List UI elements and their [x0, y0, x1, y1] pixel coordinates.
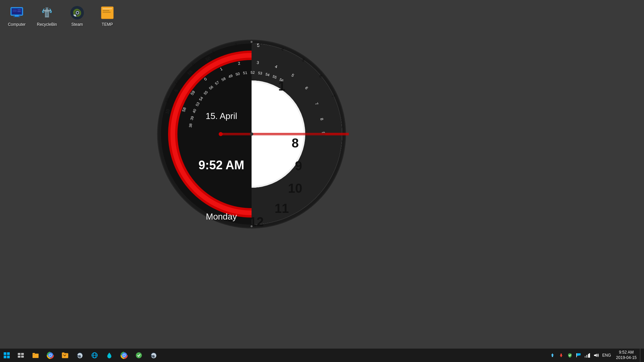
svg-point-14: [76, 12, 78, 14]
taskbar-task-view[interactable]: [13, 349, 28, 362]
svg-text:11: 11: [275, 201, 289, 216]
tray-time-text: 9:52 AM: [619, 350, 634, 355]
computer-icon-label: Computer: [8, 22, 26, 27]
svg-rect-117: [552, 355, 553, 357]
show-desktop-button[interactable]: [640, 349, 643, 362]
taskbar-chrome[interactable]: [43, 349, 58, 362]
svg-text:52: 52: [251, 70, 255, 74]
svg-rect-85: [7, 356, 10, 358]
tray-network-down-icon[interactable]: [557, 349, 565, 362]
temp-icon-label: TEMP: [102, 22, 113, 27]
tray-lang-text: ENG: [602, 353, 611, 358]
svg-rect-122: [585, 356, 586, 358]
tray-date-text: 2019-04-15: [616, 355, 637, 361]
svg-rect-119: [560, 354, 562, 355]
svg-rect-83: [7, 352, 10, 355]
tray-icons: ENG: [548, 349, 613, 362]
taskbar-chrome2[interactable]: [117, 349, 131, 362]
svg-rect-101: [62, 353, 64, 354]
svg-rect-123: [586, 355, 587, 358]
svg-rect-10: [43, 10, 51, 11]
svg-rect-89: [21, 356, 24, 358]
svg-rect-4: [13, 16, 20, 17]
taskbar-steam[interactable]: [72, 349, 87, 362]
recyclebin-icon-label: RecycleBin: [37, 22, 57, 27]
clock-widget: 10 5 10 5 55 50 58 59 0 1 2 3: [154, 30, 349, 238]
clock-time: 9:52 AM: [199, 158, 245, 172]
svg-rect-8: [17, 11, 21, 12]
tray-shield-icon[interactable]: [566, 349, 574, 362]
svg-rect-87: [21, 353, 24, 355]
svg-point-115: [153, 356, 154, 358]
tray-network-up-icon[interactable]: [548, 349, 556, 362]
taskbar-app-icons: [13, 349, 161, 362]
taskbar-ie[interactable]: [87, 349, 102, 362]
svg-rect-17: [103, 10, 109, 11]
svg-rect-16: [103, 8, 112, 9]
taskbar-drop[interactable]: [102, 349, 117, 362]
temp-icon: [99, 5, 115, 21]
svg-text:51: 51: [243, 70, 247, 75]
svg-marker-118: [560, 355, 562, 357]
svg-text:38: 38: [188, 123, 193, 128]
clock-date: 15. April: [206, 111, 237, 121]
svg-rect-92: [33, 353, 35, 354]
tray-network-icon[interactable]: [583, 349, 591, 362]
svg-marker-126: [594, 354, 597, 357]
svg-point-80: [251, 41, 253, 43]
taskbar-explorer[interactable]: [58, 349, 72, 362]
svg-point-112: [123, 354, 125, 356]
svg-marker-120: [577, 353, 581, 356]
svg-rect-7: [17, 9, 21, 10]
clock-day: Monday: [206, 212, 237, 222]
svg-point-81: [251, 225, 253, 227]
svg-rect-88: [18, 356, 20, 358]
svg-marker-9: [44, 8, 50, 17]
tray-volume-icon[interactable]: [592, 349, 600, 362]
tray-time[interactable]: 9:52 AM 2019-04-15: [613, 349, 639, 362]
desktop-icon-recyclebin[interactable]: RecycleBin: [34, 3, 60, 28]
svg-text:8: 8: [291, 136, 299, 150]
svg-text:10: 10: [288, 181, 302, 195]
svg-rect-82: [4, 352, 6, 355]
recyclebin-icon: [39, 5, 55, 21]
svg-rect-86: [18, 353, 20, 355]
taskbar-file-manager[interactable]: [28, 349, 43, 362]
svg-point-103: [79, 356, 80, 358]
desktop-icon-computer[interactable]: Computer: [3, 3, 30, 28]
tray-windows-flag-icon[interactable]: [575, 349, 583, 362]
svg-rect-84: [4, 356, 6, 358]
svg-text:53: 53: [258, 71, 263, 75]
steam-icon-label: Steam: [71, 22, 83, 27]
svg-rect-6: [13, 9, 17, 12]
steam-icon: [69, 5, 85, 21]
desktop-icons: Computer RecycleBin: [3, 3, 121, 28]
taskbar: ENG 9:52 AM 2019-04-15: [0, 349, 644, 362]
svg-rect-18: [103, 12, 111, 13]
svg-rect-11: [46, 7, 48, 9]
svg-point-79: [250, 132, 253, 136]
svg-point-77: [219, 132, 223, 136]
svg-rect-125: [589, 353, 590, 358]
taskbar-app1[interactable]: [131, 349, 146, 362]
taskbar-steam2[interactable]: [146, 349, 161, 362]
desktop-icon-temp[interactable]: TEMP: [94, 3, 121, 28]
taskbar-right: ENG 9:52 AM 2019-04-15: [548, 349, 644, 362]
svg-rect-124: [588, 354, 589, 358]
svg-point-98: [49, 354, 51, 356]
svg-text:9: 9: [295, 159, 302, 173]
start-button[interactable]: [0, 349, 13, 362]
svg-text:3: 3: [258, 42, 261, 47]
computer-icon: [9, 5, 25, 21]
svg-text:1: 1: [278, 79, 285, 93]
desktop-icon-steam[interactable]: Steam: [64, 3, 91, 28]
tray-lang-label[interactable]: ENG: [601, 349, 613, 362]
svg-point-113: [136, 352, 142, 358]
svg-marker-116: [551, 353, 554, 355]
